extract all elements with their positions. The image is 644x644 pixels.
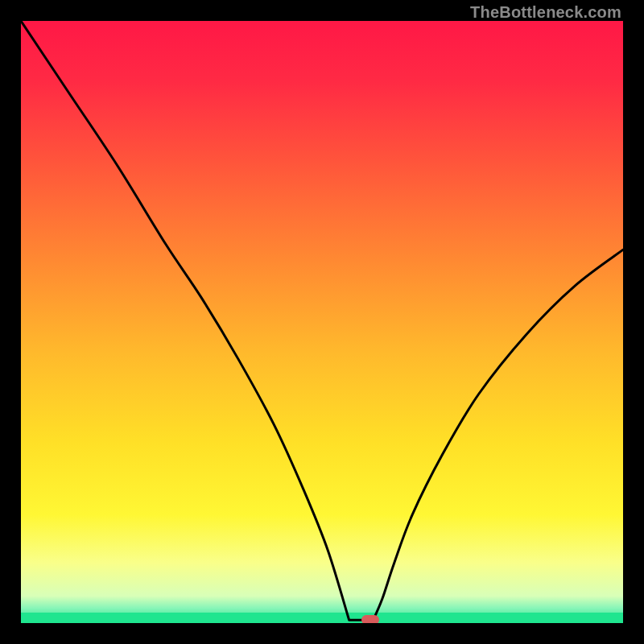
chart-container: TheBottleneck.com — [0, 0, 644, 644]
optimal-marker — [361, 615, 379, 623]
bottleneck-curve — [21, 21, 623, 623]
watermark-text: TheBottleneck.com — [470, 3, 621, 22]
plot-area — [21, 21, 623, 623]
